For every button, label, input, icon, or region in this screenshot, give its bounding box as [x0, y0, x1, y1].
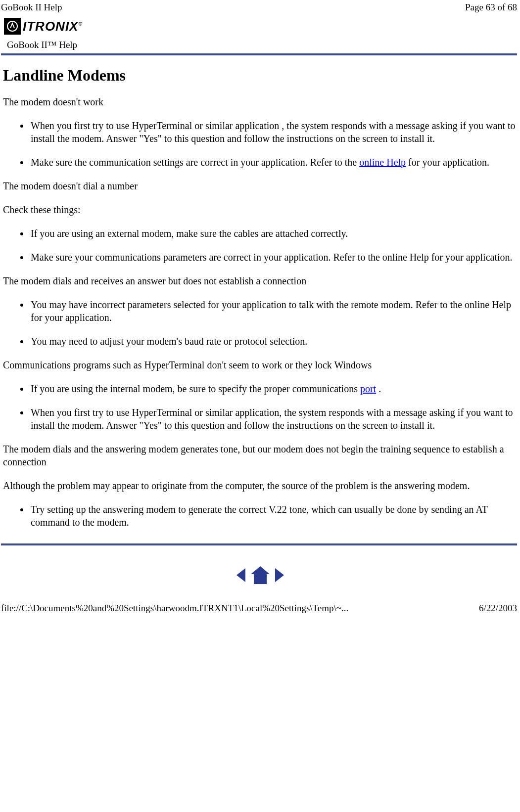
list-item: Make sure your communications parameters…	[30, 251, 517, 264]
logo-text: ITRONIX®	[23, 19, 83, 34]
nav-next-button[interactable]	[273, 569, 287, 580]
port-link[interactable]: port	[360, 383, 376, 394]
list-item: You may have incorrect parameters select…	[30, 298, 517, 324]
list: Try setting up the answering modem to ge…	[30, 503, 517, 529]
nav-home-button[interactable]	[250, 569, 273, 580]
section-title: The modem doesn't dial a number	[3, 180, 517, 192]
svg-marker-3	[275, 568, 284, 582]
document-subtitle: GoBook II™ Help	[7, 40, 77, 50]
section-title: Communications programs such as HyperTer…	[3, 359, 517, 371]
list-item: Try setting up the answering modem to ge…	[30, 503, 517, 529]
svg-marker-1	[236, 568, 245, 582]
list: When you first try to use HyperTerminal …	[30, 119, 517, 169]
list-item: When you first try to use HyperTerminal …	[30, 119, 517, 145]
nav-prev-button[interactable]	[234, 569, 250, 580]
section-subtitle: Check these things:	[3, 203, 517, 216]
section-title: The modem dials and the answering modem …	[3, 443, 517, 468]
list-item: When you first try to use HyperTerminal …	[30, 406, 517, 432]
window-title: GoBook II Help	[1, 2, 62, 13]
section-title: The modem doesn't work	[3, 95, 517, 108]
list: You may have incorrect parameters select…	[30, 298, 517, 348]
content-area: Landline Modems The modem doesn't work W…	[0, 55, 520, 543]
logo-icon	[4, 18, 21, 35]
nav-arrows	[0, 545, 520, 595]
section-subtitle: Although the problem may appear to origi…	[3, 479, 517, 492]
list-item: If you are using the internal modem, be …	[30, 382, 517, 395]
list: If you are using an external modem, make…	[30, 227, 517, 264]
list-item: You may need to adjust your modem's baud…	[30, 335, 517, 348]
page-indicator: Page 63 of 68	[465, 2, 517, 13]
brand-logo: ITRONIX®	[0, 16, 520, 36]
list: If you are using the internal modem, be …	[30, 382, 517, 432]
footer-date: 6/22/2003	[479, 603, 517, 614]
page-heading: Landline Modems	[3, 66, 517, 85]
online-help-link[interactable]: online Help	[359, 157, 406, 168]
footer-path: file://C:\Documents%20and%20Settings\har…	[1, 603, 348, 614]
section-title: The modem dials and receives an answer b…	[3, 274, 517, 287]
list-item: If you are using an external modem, make…	[30, 227, 517, 240]
svg-marker-2	[251, 566, 270, 584]
list-item: Make sure the communication settings are…	[30, 156, 517, 169]
